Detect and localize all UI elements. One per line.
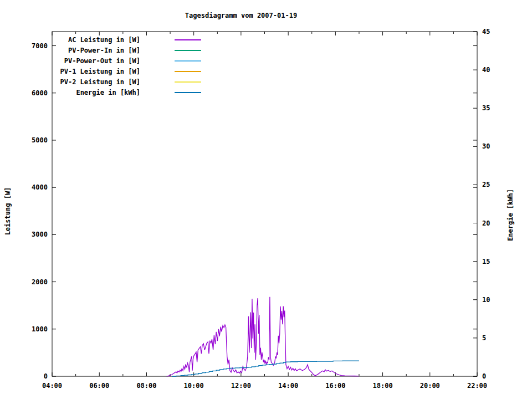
legend-line-swatch <box>175 92 201 93</box>
y-left-tick-label: 1000 <box>20 325 48 333</box>
x-tick-label: 22:00 <box>467 382 487 390</box>
y-left-tick-label: 7000 <box>20 42 48 50</box>
series-line-5 <box>172 361 359 376</box>
y-left-axis-label: Leistung [W] <box>4 187 12 236</box>
legend-item-3: PV-1 Leistung in [W] <box>49 66 201 76</box>
legend-label: AC Leistung in [W] <box>49 36 140 44</box>
legend-line-swatch <box>175 50 201 51</box>
legend-item-4: PV-2 Leistung in [W] <box>49 76 201 87</box>
y-right-tick-label: 40 <box>482 66 504 74</box>
y-left-tick-label: 5000 <box>20 136 48 144</box>
legend-line-swatch <box>175 71 201 72</box>
legend-line-swatch <box>175 60 201 62</box>
y-right-tick-label: 35 <box>482 104 504 112</box>
x-tick-label: 18:00 <box>372 382 392 390</box>
legend-label: PV-1 Leistung in [W] <box>49 68 140 75</box>
legend-label: PV-Power-In in [W] <box>49 47 140 54</box>
legend-label: PV-Power-Out in [W] <box>49 57 140 65</box>
y-right-tick-label: 25 <box>482 181 504 188</box>
legend-item-0: AC Leistung in [W] <box>49 34 201 45</box>
legend-item-1: PV-Power-In in [W] <box>49 45 201 55</box>
y-right-tick-label: 30 <box>482 142 504 150</box>
x-tick-label: 06:00 <box>89 382 109 390</box>
x-tick-label: 12:00 <box>231 382 251 390</box>
y-left-tick-label: 6000 <box>20 89 48 97</box>
y-left-tick-label: 3000 <box>20 231 48 238</box>
y-left-tick-label: 2000 <box>20 278 48 286</box>
x-tick-label: 04:00 <box>42 382 62 390</box>
legend-line-swatch <box>175 39 201 40</box>
y-left-tick-label: 4000 <box>20 183 48 191</box>
legend-item-2: PV-Power-Out in [W] <box>49 55 201 66</box>
series-line-0 <box>167 297 359 376</box>
legend-label: Energie in [kWh] <box>49 89 140 96</box>
y-right-tick-label: 45 <box>482 28 504 35</box>
y-right-tick-label: 15 <box>482 258 504 265</box>
x-tick-label: 20:00 <box>420 382 440 390</box>
y-right-tick-label: 20 <box>482 219 504 227</box>
legend-line-swatch <box>175 81 201 83</box>
legend-label: PV-2 Leistung in [W] <box>49 78 140 86</box>
y-left-tick-label: 0 <box>20 372 48 380</box>
x-tick-label: 16:00 <box>325 382 345 390</box>
chart: Tagesdiagramm vom 2007-01-19 Leistung [W… <box>0 0 532 399</box>
x-tick-label: 14:00 <box>278 382 298 390</box>
x-tick-label: 08:00 <box>136 382 156 390</box>
y-right-axis-label: Energie [kWh] <box>507 189 514 241</box>
x-tick-label: 10:00 <box>184 382 204 390</box>
legend-item-5: Energie in [kWh] <box>49 87 201 98</box>
legend: AC Leistung in [W]PV-Power-In in [W]PV-P… <box>49 34 201 98</box>
y-right-tick-label: 10 <box>482 296 504 304</box>
y-right-tick-label: 5 <box>482 334 504 342</box>
y-right-tick-label: 0 <box>482 372 504 380</box>
